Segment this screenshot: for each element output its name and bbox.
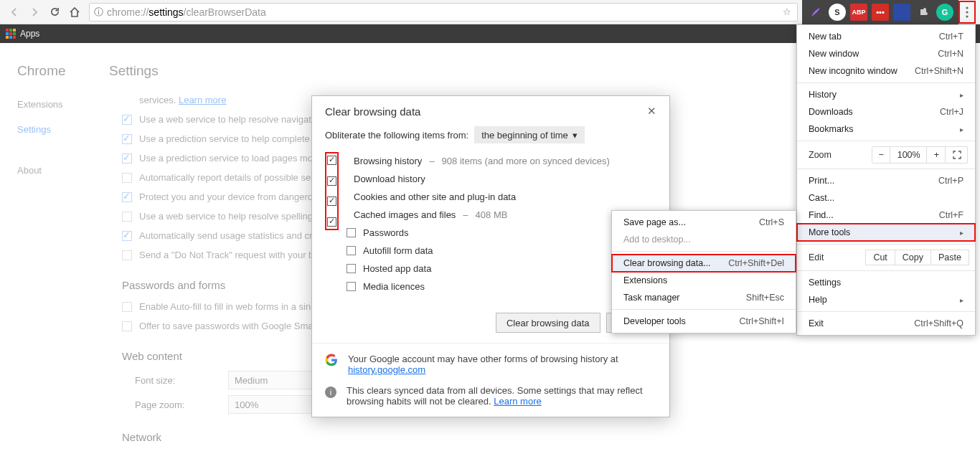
time-range-select[interactable]: the beginning of time ▾ [474, 126, 585, 143]
menu-bookmarks[interactable]: Bookmarks [797, 120, 975, 138]
ext-skype-icon[interactable]: S [829, 4, 846, 21]
zoom-value: 100% [892, 147, 927, 163]
ext-abp-icon[interactable]: ABP [850, 4, 867, 21]
menu-settings[interactable]: Settings [797, 274, 975, 291]
history-google-link[interactable]: history.google.com [348, 364, 425, 375]
checkbox-icon [122, 250, 132, 260]
google-logo-icon [325, 354, 338, 366]
close-icon[interactable]: ✕ [647, 105, 656, 118]
menu-new-window[interactable]: New windowCtrl+N [797, 45, 975, 62]
cbd-item[interactable]: Autofill form data [347, 242, 656, 260]
cbd-item[interactable]: Hosted app data [347, 260, 656, 278]
info-icon: i [325, 387, 336, 398]
settings-sidebar: Chrome Extensions Settings About [1, 43, 109, 463]
checkbox-icon [122, 192, 132, 202]
cbd-item[interactable]: Media licences [347, 278, 656, 295]
dialog-checkbox[interactable]: ✓ [327, 156, 336, 165]
ext-lastpass-icon[interactable]: ••• [872, 4, 889, 21]
sidebar-item-settings[interactable]: Settings [17, 117, 109, 142]
checkbox-icon [122, 212, 132, 222]
brand-title: Chrome [17, 63, 109, 79]
cbd-item[interactable]: Cookies and other site and plug-in data [347, 188, 656, 206]
site-info-icon[interactable]: ⓘ [90, 6, 107, 19]
ext-puzzle-icon[interactable] [915, 4, 932, 21]
apps-grid-icon [6, 29, 16, 39]
menu-extensions[interactable]: Extensions [612, 272, 796, 289]
checkbox-icon [122, 173, 132, 183]
menu-find[interactable]: Find...Ctrl+F [797, 207, 975, 224]
sidebar-item-about[interactable]: About [17, 158, 109, 183]
dialog-checkbox[interactable] [347, 282, 356, 291]
cbd-item[interactable]: Download history [347, 170, 656, 188]
menu-new-incognito[interactable]: New incognito windowCtrl+Shift+N [797, 62, 975, 80]
apps-shortcut[interactable]: Apps [6, 29, 39, 39]
menu-add-desktop[interactable]: Add to desktop... [612, 231, 796, 248]
menu-history[interactable]: History [797, 86, 975, 103]
menu-task-manager[interactable]: Task managerShift+Esc [612, 289, 796, 306]
menu-help[interactable]: Help [797, 291, 975, 308]
dialog-footer-sync: i This clears synced data from all devic… [312, 385, 669, 417]
svg-point-1 [966, 11, 968, 13]
cbd-item[interactable]: Cached images and files – 408 MB [347, 206, 656, 224]
dialog-footer-google: Your Google account may have other forms… [312, 343, 669, 385]
svg-point-0 [966, 6, 968, 9]
menu-developer-tools[interactable]: Developer toolsCtrl+Shift+I [612, 313, 796, 330]
menu-copy[interactable]: Copy [895, 250, 931, 265]
dialog-checkbox[interactable] [347, 246, 356, 255]
bookmark-star-icon[interactable]: ☆ [777, 6, 797, 17]
chrome-menu-button[interactable] [958, 1, 976, 24]
reload-button[interactable] [44, 2, 65, 22]
browser-toolbar: ⓘ chrome://settings/clearBrowserData ☆ S… [0, 0, 980, 24]
menu-zoom: Zoom − 100% + [797, 144, 975, 166]
sidebar-item-extensions[interactable]: Extensions [17, 92, 109, 117]
back-button[interactable] [4, 2, 24, 22]
learn-more-link[interactable]: Learn more [494, 396, 541, 407]
zoom-plus[interactable]: + [928, 147, 946, 163]
dialog-checkbox[interactable]: ✓ [327, 217, 336, 227]
menu-exit[interactable]: ExitCtrl+Shift+Q [797, 315, 975, 332]
address-bar[interactable]: ⓘ chrome://settings/clearBrowserData ☆ [89, 3, 798, 22]
section-network: Network [122, 431, 626, 443]
cbd-item[interactable]: Browsing history – 908 items (and more o… [347, 152, 656, 170]
menu-save-page[interactable]: Save page as...Ctrl+S [612, 214, 796, 231]
ext-grammarly-icon[interactable]: G [936, 4, 953, 21]
home-button[interactable] [65, 2, 85, 22]
menu-edit: Edit Cut Copy Paste [797, 247, 975, 267]
dialog-checkbox[interactable] [347, 228, 356, 237]
dialog-title: Clear browsing data [325, 105, 420, 118]
checkbox-icon [122, 231, 132, 241]
chevron-down-icon: ▾ [573, 130, 578, 141]
ext-quill-icon[interactable] [807, 4, 824, 21]
menu-cast[interactable]: Cast... [797, 189, 975, 207]
menu-print[interactable]: Print...Ctrl+P [797, 172, 975, 189]
clear-browsing-data-button[interactable]: Clear browsing data [496, 313, 600, 333]
learn-more-link[interactable]: Learn more [179, 95, 226, 105]
menu-downloads[interactable]: DownloadsCtrl+J [797, 103, 975, 120]
url-text: chrome://settings/clearBrowserData [107, 6, 777, 18]
menu-more-tools[interactable]: More tools [797, 224, 975, 241]
checkbox-icon [122, 153, 132, 164]
ext-blue-icon[interactable] [893, 4, 910, 21]
zoom-minus[interactable]: − [872, 147, 890, 163]
menu-paste[interactable]: Paste [931, 250, 969, 265]
menu-cut[interactable]: Cut [866, 250, 895, 265]
dialog-checkbox[interactable]: ✓ [327, 197, 336, 206]
dialog-checkbox[interactable]: ✓ [327, 176, 336, 186]
fullscreen-icon[interactable] [947, 147, 967, 163]
cbd-item[interactable]: Passwords [347, 224, 656, 242]
extensions-row: S ABP ••• G [802, 0, 958, 24]
dialog-checkbox[interactable] [347, 264, 356, 273]
more-tools-submenu: Save page as...Ctrl+S Add to desktop... … [611, 210, 796, 333]
time-range-row: Obliterate the following items from: the… [325, 126, 656, 143]
forward-button[interactable] [24, 2, 44, 22]
apps-label: Apps [20, 29, 39, 39]
checkbox-icon [122, 115, 132, 125]
page-title: Settings [109, 63, 159, 79]
checkbox-icon [122, 134, 132, 144]
svg-point-2 [966, 15, 968, 17]
menu-clear-browsing-data[interactable]: Clear browsing data...Ctrl+Shift+Del [612, 255, 796, 272]
menu-new-tab[interactable]: New tabCtrl+T [797, 28, 975, 45]
chrome-menu: New tabCtrl+T New windowCtrl+N New incog… [796, 24, 976, 336]
